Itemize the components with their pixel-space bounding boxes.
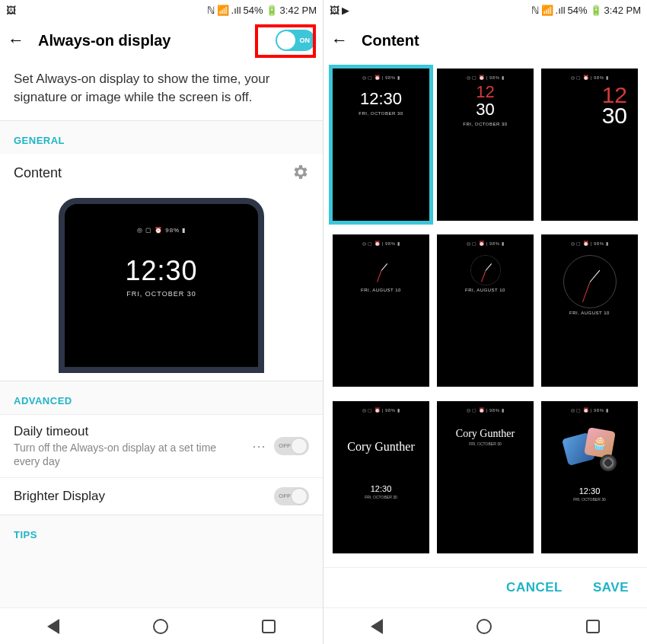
style-digital-2[interactable]: ◎ ▢ ⏰ | 98% ▮ 1230 FRI, OCTOBER 30	[437, 69, 534, 221]
content-label: Content	[14, 165, 283, 181]
wifi-icon: 📶	[541, 5, 553, 16]
page-title: Content	[362, 32, 639, 49]
image-icon: 🖼	[330, 5, 339, 16]
settings-panel: 🖼 ℕ 📶 .ıll 54% 🔋 3:42 PM ← Always-on dis…	[0, 0, 324, 644]
nav-home-icon[interactable]	[476, 619, 492, 634]
thumb-date: FRI, AUGUST 10	[465, 288, 505, 292]
image-icon: 🖼	[6, 5, 16, 16]
thumb-date: FRI, OCTOBER 30	[573, 497, 605, 502]
style-digital-1[interactable]: ◎ ▢ ⏰ | 98% ▮ 12:30 FRI, OCTOBER 30	[333, 69, 429, 221]
signature-text: Cory Gunther	[347, 440, 414, 454]
content-preview: ◎ ▢ ⏰ 98% ▮ 12:30 FRI, OCTOBER 30	[0, 193, 323, 381]
toggle-off-label: OFF	[279, 442, 291, 449]
style-analog-2[interactable]: ◎ ▢ ⏰ | 98% ▮ FRI, AUGUST 10	[437, 234, 534, 387]
style-digital-3[interactable]: ◎ ▢ ⏰ | 98% ▮ 1230	[541, 69, 638, 221]
daily-timeout-title: Daily timeout	[14, 424, 244, 439]
thumb-icons: ◎ ▢ ⏰ | 98% ▮	[336, 241, 426, 246]
play-icon: ▶	[342, 5, 349, 16]
more-icon[interactable]: ⋯	[252, 438, 266, 454]
thumb-date: FRI, OCTOBER 30	[359, 111, 403, 116]
battery-percent: 54%	[244, 5, 263, 16]
nav-back-icon[interactable]	[371, 619, 383, 634]
thumb-time: 12:30	[371, 484, 392, 493]
thumb-icons: ◎ ▢ ⏰ | 98% ▮	[336, 75, 426, 80]
thumb-date: FRI, OCTOBER 30	[463, 122, 507, 126]
nav-bar	[324, 607, 647, 644]
battery-icon: 🔋	[590, 5, 602, 16]
gear-icon[interactable]	[291, 163, 309, 184]
thumb-date: FRI, AUGUST 10	[361, 288, 401, 292]
nav-bar	[0, 607, 323, 644]
analog-clock-icon	[470, 255, 501, 285]
thumb-time: 12:30	[360, 89, 402, 109]
style-analog-1[interactable]: ◎ ▢ ⏰ | 98% ▮ FRI, AUGUST 10	[333, 234, 429, 387]
header: ← Content	[324, 20, 647, 61]
thumb-date: FRI, OCTOBER 30	[365, 495, 397, 499]
image-collage-icon	[563, 429, 617, 471]
daily-timeout-row[interactable]: Daily timeout Turn off the Always-on dis…	[0, 414, 323, 477]
preview-status-icons: ◎ ▢ ⏰ 98% ▮	[65, 227, 258, 234]
status-time: 3:42 PM	[280, 5, 317, 16]
annotation-highlight	[255, 24, 316, 58]
nav-home-icon[interactable]	[153, 619, 168, 634]
thumb-icons: ◎ ▢ ⏰ | 98% ▮	[544, 241, 635, 246]
analog-clock-icon	[563, 255, 617, 308]
thumb-date: FRI, OCTOBER 30	[469, 442, 501, 446]
toggle-off-label: OFF	[279, 493, 291, 499]
nfc-icon: ℕ	[531, 5, 539, 16]
wifi-icon: 📶	[217, 5, 229, 16]
thumb-time: 1230	[476, 84, 494, 120]
thumb-date: FRI, AUGUST 10	[569, 311, 610, 315]
status-bar: 🖼 ℕ 📶 .ıll 54% 🔋 3:42 PM	[0, 0, 323, 20]
section-advanced: ADVANCED	[0, 381, 323, 414]
thumb-icons: ◎ ▢ ⏰ | 98% ▮	[544, 407, 635, 413]
battery-icon: 🔋	[266, 5, 278, 16]
battery-percent: 54%	[568, 5, 588, 16]
back-icon[interactable]: ←	[331, 30, 348, 50]
style-signature-2[interactable]: ◎ ▢ ⏰ | 98% ▮ Cory Gunther FRI, OCTOBER …	[437, 401, 534, 553]
brighter-toggle[interactable]: OFF	[274, 487, 309, 505]
style-image[interactable]: ◎ ▢ ⏰ | 98% ▮ 12:30 FRI, OCTOBER 30	[541, 401, 638, 553]
preview-time: 12:30	[65, 255, 258, 287]
nav-back-icon[interactable]	[47, 619, 59, 634]
thumb-icons: ◎ ▢ ⏰ | 98% ▮	[440, 407, 531, 413]
signal-icon: .ıll	[556, 5, 566, 16]
style-analog-3[interactable]: ◎ ▢ ⏰ | 98% ▮ FRI, AUGUST 10	[541, 234, 638, 387]
thumb-icons: ◎ ▢ ⏰ | 98% ▮	[440, 241, 531, 246]
thumb-icons: ◎ ▢ ⏰ | 98% ▮	[336, 407, 426, 413]
status-bar: 🖼 ▶ ℕ 📶 .ıll 54% 🔋 3:42 PM	[324, 0, 647, 20]
thumb-icons: ◎ ▢ ⏰ | 98% ▮	[544, 75, 635, 80]
thumb-icons: ◎ ▢ ⏰ | 98% ▮	[440, 75, 531, 80]
style-signature-1[interactable]: ◎ ▢ ⏰ | 98% ▮ Cory Gunther 12:30 FRI, OC…	[333, 401, 429, 553]
description-text: Set Always-on display to show the time, …	[0, 61, 323, 121]
brighter-title: Brighter Display	[14, 489, 266, 504]
preview-date: FRI, OCTOBER 30	[65, 290, 258, 298]
content-row[interactable]: Content	[0, 154, 323, 193]
thumb-time: 12:30	[579, 486, 601, 496]
cancel-button[interactable]: CANCEL	[506, 580, 563, 595]
daily-timeout-toggle[interactable]: OFF	[274, 437, 309, 455]
back-icon[interactable]: ←	[8, 30, 24, 50]
analog-clock-icon	[366, 255, 397, 285]
section-general: GENERAL	[0, 121, 323, 154]
nav-recent-icon[interactable]	[586, 620, 600, 633]
save-button[interactable]: SAVE	[593, 580, 629, 595]
thumb-time: 1230	[566, 84, 627, 126]
style-grid: ◎ ▢ ⏰ | 98% ▮ 12:30 FRI, OCTOBER 30 ◎ ▢ …	[324, 61, 647, 567]
nav-recent-icon[interactable]	[262, 620, 276, 633]
brighter-display-row[interactable]: Brighter Display OFF	[0, 477, 323, 515]
content-picker-panel: 🖼 ▶ ℕ 📶 .ıll 54% 🔋 3:42 PM ← Content ◎ ▢…	[324, 0, 647, 644]
action-bar: CANCEL SAVE	[324, 567, 647, 607]
page-title: Always-on display	[38, 32, 262, 49]
status-time: 3:42 PM	[604, 5, 641, 16]
signal-icon: .ıll	[231, 5, 241, 16]
nfc-icon: ℕ	[207, 5, 215, 16]
section-tips: TIPS	[0, 515, 323, 607]
daily-timeout-sub: Turn off the Always-on display at a set …	[14, 441, 244, 468]
signature-text: Cory Gunther	[456, 428, 515, 440]
